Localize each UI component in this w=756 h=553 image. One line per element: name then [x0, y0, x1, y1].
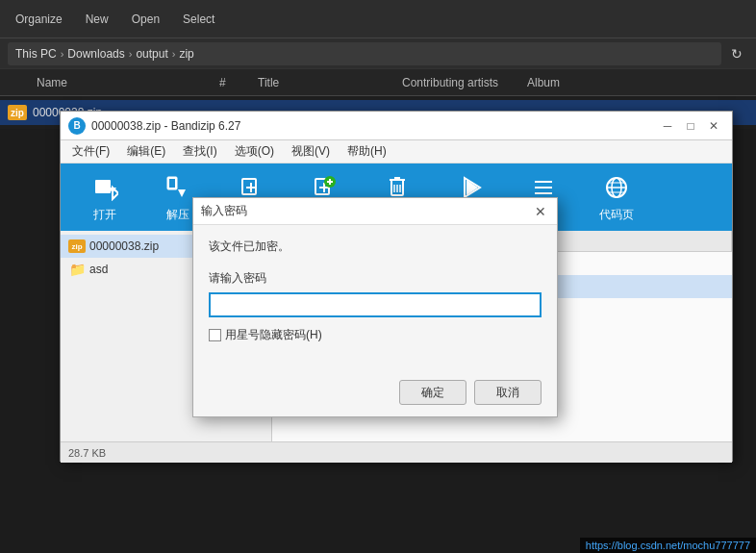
col-hash[interactable]: # — [212, 76, 250, 89]
checkbox-row: 用星号隐藏密码(H) — [209, 327, 542, 343]
explorer-toolbar: Organize New Open Select — [0, 0, 756, 38]
toolbar-open-label: 打开 — [93, 207, 116, 223]
dialog-body: 该文件已加密。 请输入密码 用星号隐藏密码(H) — [193, 225, 557, 372]
codepage-icon — [601, 172, 632, 203]
menu-options[interactable]: 选项(O) — [227, 141, 282, 162]
zip-file-icon: zip — [8, 105, 27, 120]
cancel-button[interactable]: 取消 — [474, 380, 542, 405]
ok-button[interactable]: 确定 — [399, 380, 466, 405]
new-btn[interactable]: New — [78, 9, 116, 30]
zip-tree-icon: zip — [68, 239, 86, 253]
password-input[interactable] — [209, 292, 542, 317]
status-text: 28.7 KB — [68, 447, 106, 459]
dialog-buttons: 确定 取消 — [193, 372, 557, 416]
toolbar-extract-label: 解压 — [166, 207, 189, 223]
tree-folder-name: asd — [89, 263, 108, 276]
open-btn[interactable]: Open — [124, 9, 167, 30]
svg-rect-5 — [169, 179, 175, 188]
sep3: › — [172, 48, 176, 60]
close-button[interactable]: ✕ — [703, 115, 724, 137]
column-headers: Name # Title Contributing artists Album — [0, 69, 756, 96]
path-zip[interactable]: zip — [179, 47, 193, 61]
bandizip-app-icon: B — [68, 117, 86, 135]
hide-password-checkbox[interactable] — [209, 329, 221, 341]
password-dialog: 输入密码 ✕ 该文件已加密。 请输入密码 用星号隐藏密码(H) 确定 取消 — [192, 197, 558, 417]
dialog-titlebar: 输入密码 ✕ — [193, 198, 557, 225]
tree-zip-name: 00000038.zip — [89, 239, 159, 253]
url-text: https://blog.csdn.net/mochu777777 — [586, 540, 750, 551]
toolbar-codepage-label: 代码页 — [599, 207, 634, 223]
extract-icon — [163, 172, 193, 203]
dialog-close-button[interactable]: ✕ — [532, 203, 549, 220]
path-output[interactable]: output — [136, 47, 167, 61]
toolbar-open[interactable]: 打开 — [70, 167, 139, 227]
url-bar: https://blog.csdn.net/mochu777777 — [580, 538, 756, 553]
col-album[interactable]: Album — [519, 76, 596, 89]
bandizip-title: 00000038.zip - Bandizip 6.27 — [91, 119, 240, 133]
path-thispc[interactable]: This PC — [15, 47, 57, 61]
address-path[interactable]: This PC › Downloads › output › zip — [8, 42, 721, 65]
checkbox-label: 用星号隐藏密码(H) — [225, 327, 322, 343]
col-contributing-artists[interactable]: Contributing artists — [394, 76, 519, 89]
minimize-button[interactable]: ─ — [657, 115, 678, 137]
folder-tree-icon: 📁 — [68, 263, 86, 276]
path-downloads[interactable]: Downloads — [67, 47, 124, 61]
open-icon — [89, 172, 120, 203]
svg-rect-0 — [95, 180, 111, 193]
dialog-input-label: 请输入密码 — [209, 270, 542, 287]
organize-btn[interactable]: Organize — [8, 9, 70, 30]
dialog-message: 该文件已加密。 — [209, 239, 542, 255]
menu-edit[interactable]: 编辑(E) — [119, 141, 173, 162]
menu-file[interactable]: 文件(F) — [64, 141, 117, 162]
dialog-title: 输入密码 — [201, 203, 247, 219]
svg-marker-6 — [178, 189, 186, 197]
maximize-button[interactable]: □ — [680, 115, 701, 137]
address-bar: This PC › Downloads › output › zip ↻ — [0, 38, 756, 69]
title-left: B 00000038.zip - Bandizip 6.27 — [68, 117, 240, 135]
bandizip-menubar: 文件(F) 编辑(E) 查找(I) 选项(O) 视图(V) 帮助(H) — [61, 140, 732, 163]
sep1: › — [61, 48, 64, 60]
menu-view[interactable]: 视图(V) — [284, 141, 338, 162]
menu-help[interactable]: 帮助(H) — [340, 141, 394, 162]
toolbar-codepage[interactable]: 代码页 — [582, 167, 651, 227]
window-controls: ─ □ ✕ — [657, 115, 724, 137]
sep2: › — [129, 48, 133, 60]
menu-search[interactable]: 查找(I) — [175, 141, 224, 162]
refresh-button[interactable]: ↻ — [725, 44, 748, 63]
col-name[interactable]: Name — [29, 76, 212, 89]
select-btn[interactable]: Select — [175, 9, 222, 30]
bandizip-titlebar: B 00000038.zip - Bandizip 6.27 ─ □ ✕ — [61, 112, 732, 140]
col-title[interactable]: Title — [250, 76, 394, 89]
bandizip-statusbar: 28.7 KB — [61, 441, 732, 463]
